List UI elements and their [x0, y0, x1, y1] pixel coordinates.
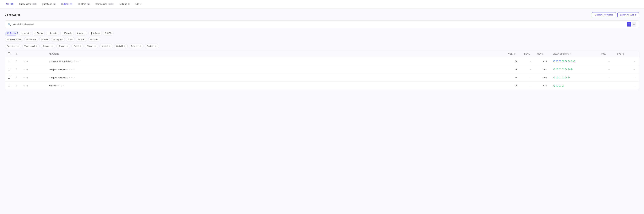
tag-wordpress[interactable]: Wordpress | 👁	[22, 44, 40, 48]
row-checkbox[interactable]	[8, 84, 10, 87]
header-pos-col[interactable]: POS.	[601, 53, 617, 55]
star-icon[interactable]: ☆	[23, 76, 25, 79]
row-checkbox[interactable]	[8, 60, 10, 62]
header-vol-col[interactable]: VOL. ⓘ	[508, 53, 524, 55]
row-action-icons: ☆ ◉	[23, 84, 49, 87]
words-cell: 618	[537, 60, 553, 62]
filter-intent[interactable]: ◎ Intent	[19, 31, 31, 35]
filter-exclude[interactable]: − Exclude	[60, 31, 74, 35]
header-weak-spots-col[interactable]: WEAK SPOTS ⓘ ▾	[553, 53, 601, 55]
list-icon[interactable]: ≡	[76, 60, 78, 62]
list-icon[interactable]: ≡	[61, 84, 62, 87]
tag-signal[interactable]: Signal | 👁	[85, 44, 98, 48]
search-input[interactable]	[12, 23, 625, 26]
copy-icon[interactable]: ⊞	[69, 68, 70, 70]
hide-icon[interactable]: ◉	[26, 68, 28, 71]
copy-icon[interactable]: ⊞	[74, 60, 76, 62]
ring-icon: ⊙	[562, 68, 564, 71]
select-all-checkbox[interactable]	[8, 52, 10, 55]
filter-title[interactable]: ◎ Title	[39, 37, 50, 42]
export-keywords-button[interactable]: Export All Keywords	[592, 12, 616, 17]
star-icon[interactable]: ☆	[23, 68, 25, 71]
row-action-icons: ☆ ◉	[23, 60, 49, 62]
tag-privacy[interactable]: Privacy | 👁	[129, 44, 144, 48]
cpc-cell: –	[617, 60, 636, 62]
header-feat-col[interactable]: FEAT.	[524, 53, 537, 55]
filter-status[interactable]: ↗ Status	[32, 31, 45, 35]
tab-questions[interactable]: Questions 6	[41, 0, 57, 8]
header-clock-col: ⏱	[16, 53, 23, 55]
ring-icon: ⊙	[553, 84, 556, 87]
link-icon[interactable]: ↗	[63, 84, 64, 87]
tab-add[interactable]: Add ⓘ	[134, 0, 143, 8]
filter-topics[interactable]: ⊞ Topics	[5, 31, 18, 35]
tab-hidden[interactable]: Hidden 0	[60, 0, 73, 8]
filter-forums[interactable]: ◎ Forums	[24, 37, 38, 42]
eye-icon: 👁	[80, 45, 82, 47]
tab-competition[interactable]: Competition 116	[95, 0, 114, 8]
ring-icon: ⊙	[556, 68, 558, 71]
eye-icon: 👁	[124, 45, 126, 47]
hide-icon[interactable]: ◉	[26, 60, 28, 62]
tab-settings[interactable]: Settings ⚙	[118, 0, 130, 8]
row-checkbox[interactable]	[8, 68, 10, 70]
filter-include[interactable]: + Include	[46, 31, 59, 35]
status-icon: ↗	[34, 32, 36, 34]
star-icon[interactable]: ☆	[23, 60, 25, 62]
signals-icon: ≋	[53, 38, 55, 40]
star-icon[interactable]: ☆	[23, 84, 25, 87]
header-cpc-col[interactable]: CPC ($)	[617, 53, 636, 55]
export-serps-button[interactable]: Export All SERPs	[618, 12, 639, 17]
filter-signals-label: Signals	[56, 38, 63, 40]
row-clock-col: ⏱	[16, 76, 23, 79]
tag-google[interactable]: Google | 👁	[41, 44, 55, 48]
filter-row-2: ◎ Weak Spots ◎ Forums ◎ Title ≋ Signals …	[5, 37, 639, 42]
list-icon[interactable]: ≡	[71, 76, 72, 79]
grid-view-button[interactable]: ⊞	[632, 22, 636, 26]
filter-words[interactable]: # Words	[75, 31, 87, 35]
top-navigation: All 34 Suggestions 28 Questions 6 Hidden…	[0, 0, 644, 8]
tag-global[interactable]: Global | 👁	[114, 44, 128, 48]
link-icon[interactable]: ↗	[78, 60, 80, 62]
link-icon[interactable]: ↗	[73, 76, 75, 79]
filter-signals[interactable]: ≋ Signals	[51, 37, 65, 42]
vol-cell: 30	[508, 76, 524, 79]
list-icon[interactable]: ≡	[71, 68, 72, 70]
hide-icon[interactable]: ◉	[26, 76, 28, 79]
tab-questions-badge: 6	[53, 3, 56, 5]
tab-all[interactable]: All 34	[5, 0, 14, 8]
tab-clusters[interactable]: Clusters 6	[77, 0, 91, 8]
ring-icon: ⊙	[553, 76, 556, 79]
ring-icon: ⊙	[562, 84, 564, 87]
row-action-icons: ☆ ◉	[23, 68, 49, 71]
header-words-col[interactable]: #W³ ⓘ	[537, 53, 553, 55]
tag-nextjs[interactable]: Nextjs | 👁	[100, 44, 113, 48]
tab-suggestions[interactable]: Suggestions 28	[18, 0, 37, 8]
words-cell: 1145	[537, 68, 553, 71]
filter-volume[interactable]: ▐ Volume	[88, 31, 102, 35]
ring-icon: ⊙	[559, 68, 561, 71]
list-view-button[interactable]: ☰	[627, 22, 631, 26]
hide-icon[interactable]: ◉	[26, 84, 28, 87]
filter-cpc[interactable]: $ CPC	[103, 31, 114, 35]
filter-other[interactable]: ⊕ Other	[88, 37, 100, 42]
ring-icon: ⊙	[553, 68, 556, 71]
copy-icon[interactable]: ⊞	[58, 84, 60, 87]
header-keyword-col[interactable]: KEYWORD	[49, 53, 508, 55]
filter-weak-spots-label: Weak Spots	[10, 38, 21, 40]
filter-w3[interactable]: # W³	[66, 37, 75, 42]
tag-translate[interactable]: Translate | 👁	[5, 44, 21, 48]
filter-web[interactable]: ⊕ Web	[76, 37, 87, 42]
row-checkbox[interactable]	[8, 76, 10, 79]
tag-control[interactable]: Control | 👁	[145, 44, 159, 48]
copy-icon[interactable]: ⊞	[69, 76, 70, 79]
exclude-icon: −	[62, 32, 64, 34]
cpc-icon: $	[105, 32, 106, 34]
tag-free[interactable]: Free | 👁	[72, 44, 84, 48]
filter-weak-spots[interactable]: ◎ Weak Spots	[5, 37, 23, 42]
table-row: ⏱ ☆ ◉ twig map ⊞ ≡ ↗ 30 – 516 ⊙ ⊙ ⊙	[5, 82, 639, 90]
tag-drupal[interactable]: Drupal | 👁	[56, 44, 70, 48]
link-icon[interactable]: ↗	[73, 68, 75, 70]
keyword-actions: ⊞ ≡ ↗	[74, 60, 80, 62]
header-checkbox-col	[8, 52, 16, 55]
